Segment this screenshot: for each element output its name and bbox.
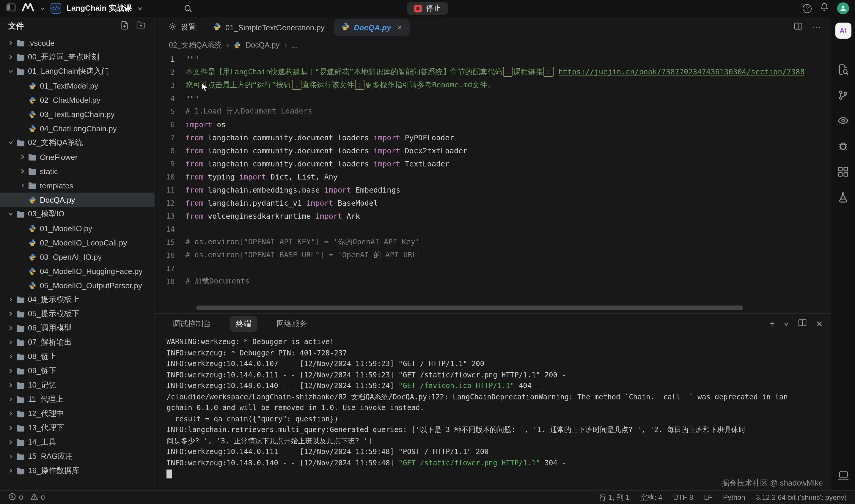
code-line[interactable]: 17	[155, 262, 831, 274]
stop-button[interactable]: 停止	[407, 2, 448, 15]
chevron-right-icon[interactable]	[6, 453, 15, 460]
tree-folder[interactable]: 00_开篇词_奇点时刻	[0, 50, 154, 64]
new-terminal-icon[interactable]: +	[769, 319, 775, 329]
horizontal-scrollbar[interactable]	[196, 306, 743, 310]
eol-setting[interactable]: LF	[704, 493, 712, 502]
cursor-position[interactable]: 行 1, 列 1	[599, 492, 629, 503]
tree-folder[interactable]: 12_代理中	[0, 407, 154, 421]
tree-file[interactable]: 01_ModelIO.py	[0, 221, 154, 235]
tab-settings[interactable]: 设置	[161, 19, 204, 36]
code-line[interactable]: 13from volcenginesdkarkruntime import Ar…	[155, 209, 831, 222]
tree-file[interactable]: 04_ChatLongChain.py	[0, 121, 154, 136]
chevron-right-icon[interactable]	[6, 425, 15, 431]
tree-folder[interactable]: 03_模型IO	[0, 207, 154, 221]
code-line[interactable]: 9from langchain_community.document_loade…	[155, 157, 831, 170]
tree-file[interactable]: 02_ModelIO_LoopCall.py	[0, 235, 154, 250]
chevron-down-icon[interactable]	[6, 68, 15, 74]
tree-folder[interactable]: 14_工具	[0, 435, 154, 449]
python-interpreter[interactable]: 3.12.2 64-bit ('shims': pyenv)	[756, 493, 847, 502]
terminal-output[interactable]: WARNING:werkzeug: * Debugger is active!I…	[155, 334, 831, 482]
tree-file[interactable]: DocQA.py	[0, 193, 154, 207]
code-line[interactable]: 8from langchain_community.document_loade…	[155, 144, 831, 157]
tab-docqa[interactable]: DocQA.py ×	[334, 19, 410, 36]
tree-file[interactable]: 01_TextModel.py	[0, 78, 154, 93]
code-line[interactable]: 12from langchain.pydantic_v1 import Base…	[155, 196, 831, 209]
chevron-down-icon[interactable]	[6, 140, 15, 146]
problems-indicator[interactable]: 0 0	[8, 493, 45, 502]
code-line[interactable]: 2本文件是【用LangChain快速构建基于“易速鲜花”本地知识库的智能问答系统…	[155, 65, 831, 78]
tree-file[interactable]: 04_ModelIO_HuggingFace.py	[0, 264, 154, 278]
split-panel-icon[interactable]	[798, 319, 807, 329]
tree-file[interactable]: 03_TextLangChain.py	[0, 107, 154, 121]
code-line[interactable]: 11from langchain.embeddings.base import …	[155, 183, 831, 196]
help-icon[interactable]: ?	[803, 4, 812, 13]
code-line[interactable]: 10from typing import Dict, List, Any	[155, 170, 831, 183]
chevron-right-icon[interactable]	[6, 411, 15, 417]
tree-folder[interactable]: 06_调用模型	[0, 321, 154, 335]
tree-folder[interactable]: 11_代理上	[0, 392, 154, 407]
tree-folder[interactable]: OneFlower	[0, 150, 154, 164]
tree-folder[interactable]: 13_代理下	[0, 421, 154, 435]
tree-folder[interactable]: 16_操作数据库	[0, 464, 154, 478]
tree-folder[interactable]: 09_链下	[0, 364, 154, 378]
extensions-grid-icon[interactable]	[837, 166, 849, 180]
code-viewport[interactable]: 1"""2本文件是【用LangChain快速构建基于“易速鲜花”本地知识库的智能…	[155, 52, 831, 313]
app-logo[interactable]	[21, 2, 35, 14]
eye-icon[interactable]	[837, 115, 849, 129]
chevron-right-icon[interactable]	[18, 154, 27, 160]
chevron-right-icon[interactable]	[6, 439, 15, 445]
tree-folder[interactable]: templates	[0, 178, 154, 193]
close-panel-icon[interactable]: ✕	[816, 319, 823, 329]
tree-folder[interactable]: 05_提示模板下	[0, 307, 154, 321]
search-icon[interactable]	[184, 4, 193, 13]
tab-debug-console[interactable]: 调试控制台	[166, 316, 217, 331]
tree-file[interactable]: 05_ModelIO_OutputParser.py	[0, 278, 154, 292]
tree-file[interactable]: 03_OpenAI_IO.py	[0, 250, 154, 264]
chevron-down-icon[interactable]	[40, 3, 45, 14]
code-line[interactable]: 5# 1.Load 导入Document Loaders	[155, 105, 831, 118]
close-tab-icon[interactable]: ×	[398, 23, 402, 32]
chevron-right-icon[interactable]	[6, 382, 15, 388]
tree-folder[interactable]: 07_解析输出	[0, 335, 154, 349]
git-branch-icon[interactable]	[837, 89, 849, 103]
code-line[interactable]: 3您可以点击最上方的“运行”按钮，直接运行该文件；更多操作指引请参考Readme…	[155, 78, 831, 92]
bug-icon[interactable]	[837, 140, 849, 155]
workspace-title[interactable]: LangChain 实战课	[67, 3, 132, 14]
more-actions-icon[interactable]: ⋯	[812, 22, 822, 33]
editor-area[interactable]: 设置 01_SimpleTextGeneration.py DocQA.py ×	[155, 17, 831, 313]
tree-folder[interactable]: static	[0, 164, 154, 178]
tab-network-service[interactable]: 网络服务	[270, 316, 313, 331]
chevron-right-icon[interactable]	[6, 54, 15, 60]
breadcrumb-symbol[interactable]: ...	[291, 41, 298, 49]
chevron-down-icon[interactable]	[784, 319, 789, 329]
tree-folder[interactable]: 01_LangChain快速入门	[0, 64, 154, 78]
tree-folder[interactable]: 04_提示模板上	[0, 292, 154, 307]
tree-folder[interactable]: 10_记忆	[0, 378, 154, 392]
new-folder-icon[interactable]	[136, 21, 146, 32]
code-line[interactable]: 4"""	[155, 92, 831, 105]
encoding[interactable]: UTF-8	[673, 493, 693, 502]
code-line[interactable]: 6import os	[155, 118, 831, 131]
language-mode[interactable]: Python	[723, 493, 745, 502]
chevron-right-icon[interactable]	[6, 468, 15, 474]
chevron-right-icon[interactable]	[6, 339, 15, 345]
new-file-icon[interactable]	[120, 20, 129, 32]
tree-file[interactable]: 02_ChatModel.py	[0, 93, 154, 107]
chevron-right-icon[interactable]	[6, 368, 15, 374]
chevron-right-icon[interactable]	[6, 40, 15, 46]
file-search-icon[interactable]	[837, 64, 849, 78]
tree-folder[interactable]: 15_RAG应用	[0, 449, 154, 464]
chevron-down-icon[interactable]	[137, 3, 143, 14]
chevron-right-icon[interactable]	[6, 396, 15, 402]
avatar[interactable]	[837, 2, 849, 14]
code-line[interactable]: 14	[155, 222, 831, 235]
breadcrumb-file[interactable]: DocQA.py	[246, 41, 280, 49]
code-line[interactable]: 15# os.environ["OPENAI_API_KEY"] = '你的Op…	[155, 235, 831, 249]
chevron-right-icon[interactable]	[6, 354, 15, 360]
indent-setting[interactable]: 空格: 4	[640, 492, 662, 503]
code-line[interactable]: 1"""	[155, 52, 831, 65]
ai-assistant-button[interactable]: AI	[835, 22, 851, 39]
tab-simple-text-generation[interactable]: 01_SimpleTextGeneration.py	[205, 19, 332, 36]
chevron-right-icon[interactable]	[6, 296, 15, 303]
code-line[interactable]: 7from langchain_community.document_loade…	[155, 131, 831, 144]
